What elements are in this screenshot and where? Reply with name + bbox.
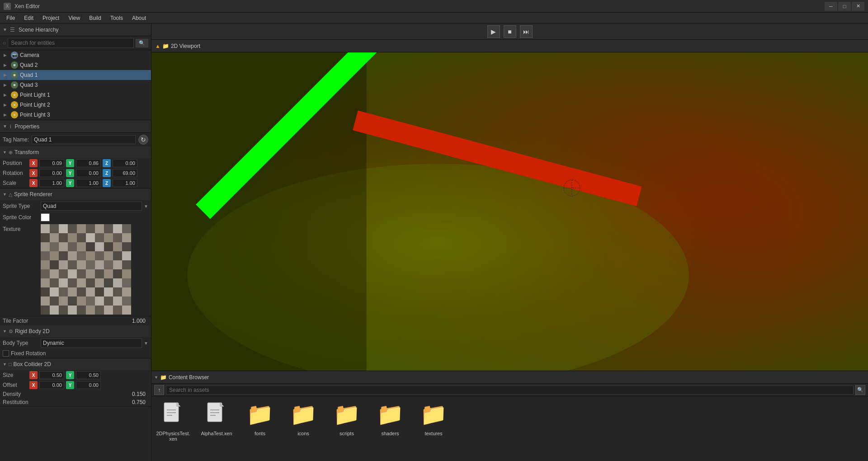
sprite-type-select[interactable]: Quad	[41, 202, 142, 211]
play-button[interactable]: ▶	[487, 25, 500, 38]
tile-factor-label: Tile Factor	[3, 318, 39, 324]
stop-button[interactable]: ■	[504, 25, 516, 38]
menu-tools[interactable]: Tools	[106, 14, 127, 22]
body-type-select[interactable]: Dynamic Static Kinematic	[41, 339, 142, 348]
position-x-input[interactable]	[39, 159, 64, 167]
rotation-x-input[interactable]	[39, 169, 64, 177]
tag-input[interactable]	[32, 135, 136, 144]
search-button[interactable]: 🔍	[136, 39, 148, 47]
search-icon: ○	[3, 40, 6, 46]
box-collider-section: ▼ □ Box Collider 2D Size X Y Offset X	[0, 358, 151, 407]
content-browser-item-folder1[interactable]: 📁fonts	[242, 400, 278, 436]
minimize-button[interactable]: ─	[825, 2, 837, 11]
offset-x-button[interactable]: X	[29, 381, 38, 389]
menu-view[interactable]: View	[64, 14, 85, 22]
content-browser-item-folder5[interactable]: 📁textures	[415, 400, 452, 436]
size-y-button[interactable]: Y	[66, 371, 74, 379]
tree-item-light1[interactable]: ▶ ● Point Light 1	[0, 90, 151, 100]
sprite-type-dropdown-icon: ▼	[144, 204, 148, 209]
menu-edit[interactable]: Edit	[19, 14, 38, 22]
tree-item-light2[interactable]: ▶ ● Point Light 2	[0, 100, 151, 110]
rotation-z-button[interactable]: Z	[103, 169, 111, 177]
tile-factor-value: 1.000	[132, 318, 146, 324]
menu-project[interactable]: Project	[38, 14, 64, 22]
navigate-up-button[interactable]: ↑	[154, 385, 164, 395]
scale-z-input[interactable]	[113, 179, 137, 187]
rotation-z-input[interactable]	[113, 169, 137, 177]
close-button[interactable]: ✕	[852, 2, 864, 11]
search-input[interactable]	[8, 38, 134, 48]
size-row: Size X Y	[0, 370, 151, 380]
bc-icon: □	[9, 362, 12, 367]
bc-label: Box Collider 2D	[14, 361, 51, 367]
position-z-input[interactable]	[113, 159, 137, 167]
position-x-button[interactable]: X	[29, 159, 38, 167]
position-y-button[interactable]: Y	[66, 159, 74, 167]
scale-x-button[interactable]: X	[29, 179, 38, 187]
asset-search-button[interactable]: 🔍	[855, 385, 865, 395]
main-layout: ▼ ☰ Scene Hierarchy ○ 🔍 ▶ 📷 Camera ▶ ■ Q…	[0, 24, 868, 461]
maximize-button[interactable]: □	[838, 2, 851, 11]
size-label: Size	[3, 372, 28, 378]
size-y-input[interactable]	[76, 371, 101, 379]
tree-item-light3[interactable]: ▶ ● Point Light 3	[0, 110, 151, 120]
box-collider-header: ▼ □ Box Collider 2D	[0, 358, 151, 370]
properties-icon: i	[10, 123, 11, 130]
asset-search-container	[166, 386, 854, 395]
offset-x-input[interactable]	[39, 381, 64, 389]
offset-y-input[interactable]	[76, 381, 101, 389]
folder-icon: 📁	[419, 400, 448, 429]
camera-icon: 📷	[11, 52, 18, 59]
position-z-button[interactable]: Z	[103, 159, 111, 167]
transform-section: ▼ ⊕ Transform Position X Y Z Rotation	[0, 146, 151, 188]
content-browser-item-file1[interactable]: 2DPhysicsTest.xen	[155, 400, 191, 442]
transform-header: ▼ ⊕ Transform	[0, 146, 151, 158]
quad-icon: ■	[11, 61, 18, 69]
rb-icon: ⚙	[9, 329, 13, 334]
tree-item-quad3[interactable]: ▶ ■ Quad 3	[0, 80, 151, 90]
tag-refresh-button[interactable]: ↻	[138, 135, 148, 145]
scale-z-button[interactable]: Z	[103, 179, 111, 187]
tree-item-quad1[interactable]: ▶ ■ Quad 1	[0, 70, 151, 80]
rb-label: Rigid Body 2D	[15, 328, 50, 334]
cb-arrow: ▼	[154, 375, 158, 380]
offset-y-button[interactable]: Y	[66, 381, 74, 389]
content-browser-item-folder2[interactable]: 📁icons	[285, 400, 321, 436]
menu-about[interactable]: About	[127, 14, 151, 22]
rotation-x-button[interactable]: X	[29, 169, 38, 177]
sprite-color-swatch[interactable]	[41, 213, 50, 221]
sprite-renderer-section: ▼ △ Sprite Renderer Sprite Type Quad ▼ S…	[0, 188, 151, 316]
next-button[interactable]: ⏭	[520, 25, 533, 38]
rotation-y-input[interactable]	[76, 169, 101, 177]
scale-x-input[interactable]	[39, 179, 64, 187]
content-browser-item-label: fonts	[255, 431, 265, 436]
fixed-rotation-checkbox[interactable]	[3, 350, 9, 357]
size-x-input[interactable]	[39, 371, 64, 379]
content-browser-toolbar: ↑ 🔍	[151, 384, 868, 396]
app-icon: X	[4, 3, 11, 10]
position-y-input[interactable]	[76, 159, 101, 167]
content-browser-item-folder3[interactable]: 📁scripts	[329, 400, 365, 436]
menu-build[interactable]: Build	[85, 14, 106, 22]
asset-search-input[interactable]	[166, 386, 854, 395]
transform-icon: ⊕	[9, 150, 13, 155]
content-browser-item-folder4[interactable]: 📁shaders	[372, 400, 408, 436]
size-x-button[interactable]: X	[29, 371, 38, 379]
scene-hierarchy-label: Scene Hierarchy	[19, 27, 59, 33]
sprite-type-row: Sprite Type Quad ▼	[0, 200, 151, 212]
tree-item-camera[interactable]: ▶ 📷 Camera	[0, 50, 151, 60]
viewport-canvas[interactable]	[151, 52, 868, 371]
tree-item-label: Point Light 1	[20, 92, 50, 98]
tree-item-label: Point Light 3	[20, 112, 50, 118]
fixed-rotation-label: Fixed Rotation	[11, 350, 46, 357]
scale-y-input[interactable]	[76, 179, 101, 187]
scene-hierarchy-header: ▼ ☰ Scene Hierarchy	[0, 24, 151, 36]
folder-icon: 📁	[376, 400, 405, 429]
scale-y-button[interactable]: Y	[66, 179, 74, 187]
rotation-y-button[interactable]: Y	[66, 169, 74, 177]
menu-file[interactable]: File	[2, 14, 19, 22]
tree-item-quad2[interactable]: ▶ ■ Quad 2	[0, 60, 151, 70]
expand-icon: ▶	[4, 113, 9, 117]
content-browser-item-file2[interactable]: AlphaTest.xen	[198, 400, 235, 436]
sr-icon: △	[9, 192, 12, 198]
